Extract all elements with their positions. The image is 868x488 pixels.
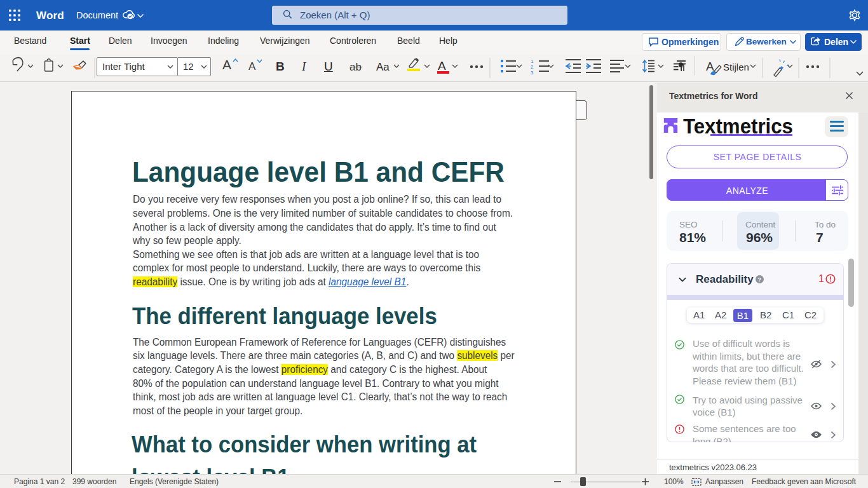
- svg-text:2: 2: [531, 64, 534, 70]
- svg-text:A: A: [706, 60, 714, 73]
- svg-text:?: ?: [758, 276, 762, 283]
- svg-text:1: 1: [531, 58, 534, 64]
- svg-text:3: 3: [531, 70, 534, 76]
